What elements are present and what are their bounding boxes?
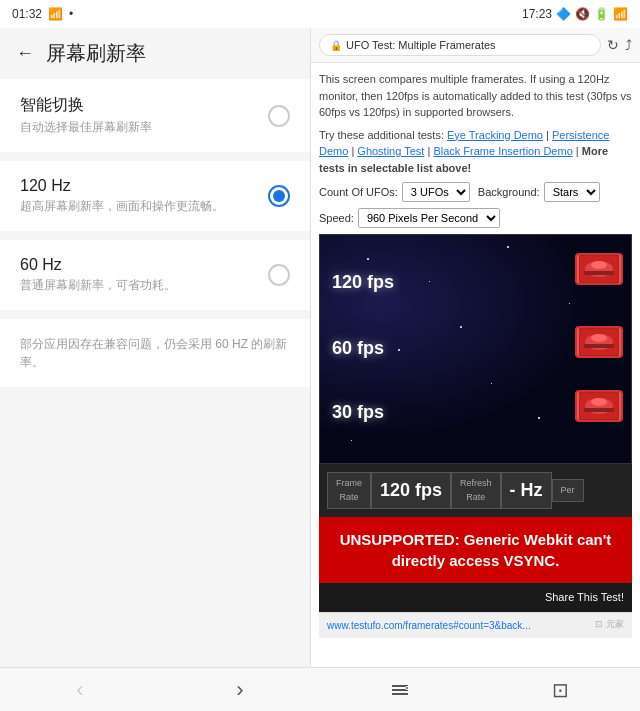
note-text: 部分应用因存在兼容问题，仍会采用 60 HZ 的刷新率。	[0, 319, 310, 387]
nav-forward-icon: ›	[236, 677, 243, 703]
fps-label-60: 60 fps	[332, 335, 384, 362]
intro-text: This screen compares multiple framerates…	[319, 71, 632, 121]
nav-back-icon: ‹	[76, 677, 83, 703]
unsupported-banner: UNSUPPORTED: Generic Webkit can't direct…	[319, 517, 632, 583]
svg-rect-11	[584, 408, 614, 412]
share-icon[interactable]: ⤴	[625, 37, 632, 53]
ufo-canvas: 120 fps 60 fps 30 fps	[319, 234, 632, 464]
url-title: UFO Test: Multiple Framerates	[346, 39, 590, 51]
setting-text: 智能切换 自动选择最佳屏幕刷新率	[20, 95, 268, 136]
additional-links-text: Try these additional tests: Eye Tracking…	[319, 127, 632, 177]
radio-smart[interactable]	[268, 105, 290, 127]
refresh-rate-value: - Hz	[510, 477, 543, 504]
svg-point-10	[591, 398, 607, 406]
background-select[interactable]: Stars	[544, 182, 600, 202]
star	[398, 349, 400, 351]
status-bar: 01:32 📶 • 17:23 🔷 🔇 🔋 📶	[0, 0, 640, 28]
svg-point-2	[591, 261, 607, 269]
frame-rate-box: FrameRate	[327, 472, 371, 509]
divider-3	[0, 311, 310, 319]
status-left: 01:32 📶 •	[12, 7, 73, 21]
signal-icon: 📶	[48, 7, 63, 21]
time-left: 01:32	[12, 7, 42, 21]
controls-row-2: Speed: 960 Pixels Per Second	[319, 208, 632, 228]
star	[429, 281, 430, 282]
dot-icon: •	[69, 7, 73, 21]
setting-desc-60: 普通屏幕刷新率，可省功耗。	[20, 277, 268, 294]
setting-text-60: 60 Hz 普通屏幕刷新率，可省功耗。	[20, 256, 268, 294]
speed-select[interactable]: 960 Pixels Per Second	[358, 208, 500, 228]
nav-forward-button[interactable]: ›	[160, 668, 320, 711]
divider-2	[0, 232, 310, 240]
time-right: 17:23	[522, 7, 552, 21]
eye-tracking-link[interactable]: Eye Tracking Demo	[447, 129, 543, 141]
speed-control: Speed: 960 Pixels Per Second	[319, 208, 500, 228]
fps-label-120: 120 fps	[332, 269, 394, 296]
lock-icon: 🔒	[330, 40, 342, 51]
browser-icons: ↻ ⤴	[607, 37, 632, 53]
per-label: Per	[561, 484, 575, 498]
ufo-icon-120	[575, 253, 623, 285]
nav-home-button[interactable]	[320, 668, 480, 711]
radio-120hz[interactable]	[268, 185, 290, 207]
frame-rate-value-box: 120 fps	[371, 472, 451, 509]
stats-bar: FrameRate 120 fps RefreshRate - Hz Per	[319, 464, 632, 517]
setting-desc: 自动选择最佳屏幕刷新率	[20, 119, 268, 136]
main-content: ← 屏幕刷新率 智能切换 自动选择最佳屏幕刷新率 120 Hz 超高屏幕刷新率，…	[0, 28, 640, 667]
frame-rate-label: FrameRate	[336, 477, 362, 504]
setting-name-120: 120 Hz	[20, 177, 268, 195]
wifi-icon: 📶	[613, 7, 628, 21]
speed-label: Speed:	[319, 210, 354, 227]
controls-row-1: Count Of UFOs: 3 UFOs Background: Stars	[319, 182, 632, 202]
ghosting-link[interactable]: Ghosting Test	[357, 145, 424, 157]
refresh-icon[interactable]: ↻	[607, 37, 619, 53]
settings-list: 智能切换 自动选择最佳屏幕刷新率 120 Hz 超高屏幕刷新率，画面和操作更流畅…	[0, 79, 310, 667]
left-panel: ← 屏幕刷新率 智能切换 自动选择最佳屏幕刷新率 120 Hz 超高屏幕刷新率，…	[0, 28, 310, 667]
setting-desc-120: 超高屏幕刷新率，画面和操作更流畅。	[20, 198, 268, 215]
count-select[interactable]: 3 UFOs	[402, 182, 470, 202]
setting-60hz[interactable]: 60 Hz 普通屏幕刷新率，可省功耗。	[0, 240, 310, 310]
url-bar[interactable]: 🔒 UFO Test: Multiple Framerates	[319, 34, 601, 56]
nav-tabs-icon: ⊡	[552, 678, 569, 702]
left-header: ← 屏幕刷新率	[0, 28, 310, 79]
setting-name: 智能切换	[20, 95, 268, 116]
share-bar: Share This Test!	[319, 583, 632, 612]
background-label: Background:	[478, 184, 540, 201]
setting-smart-switch[interactable]: 智能切换 自动选择最佳屏幕刷新率	[0, 79, 310, 152]
battery-icon: 🔋	[594, 7, 609, 21]
svg-point-6	[591, 334, 607, 342]
refresh-rate-label-box: RefreshRate	[451, 472, 501, 509]
nav-tabs-button[interactable]: ⊡	[480, 668, 640, 711]
background-control: Background: Stars	[478, 182, 600, 202]
radio-60hz[interactable]	[268, 264, 290, 286]
count-label: Count Of UFOs:	[319, 184, 398, 201]
back-button[interactable]: ←	[16, 43, 34, 64]
radio-inner-120hz	[273, 190, 285, 202]
bfi-link[interactable]: Black Frame Insertion Demo	[433, 145, 572, 157]
ufo-icon-60	[575, 326, 623, 358]
per-label-box: Per	[552, 479, 584, 503]
setting-text-120: 120 Hz 超高屏幕刷新率，画面和操作更流畅。	[20, 177, 268, 215]
svg-rect-7	[584, 344, 614, 348]
setting-name-60: 60 Hz	[20, 256, 268, 274]
bottom-nav: ‹ › ⊡	[0, 667, 640, 711]
unsupported-title: UNSUPPORTED: Generic Webkit can't direct…	[327, 529, 624, 571]
ufo-icon-30	[575, 390, 623, 422]
star	[367, 258, 369, 260]
svg-rect-3	[584, 271, 614, 275]
refresh-rate-value-box: - Hz	[501, 472, 552, 509]
refresh-rate-label: RefreshRate	[460, 477, 492, 504]
share-label: Share This Test!	[327, 589, 624, 606]
nav-back-button[interactable]: ‹	[0, 668, 160, 711]
setting-120hz[interactable]: 120 Hz 超高屏幕刷新率，画面和操作更流畅。	[0, 161, 310, 231]
right-panel: 🔒 UFO Test: Multiple Framerates ↻ ⤴ This…	[310, 28, 640, 667]
browser-toolbar: 🔒 UFO Test: Multiple Framerates ↻ ⤴	[311, 28, 640, 63]
status-right: 17:23 🔷 🔇 🔋 📶	[522, 7, 628, 21]
browser-content[interactable]: This screen compares multiple framerates…	[311, 63, 640, 667]
page-title: 屏幕刷新率	[46, 40, 146, 67]
count-control: Count Of UFOs: 3 UFOs	[319, 182, 470, 202]
volume-icon: 🔇	[575, 7, 590, 21]
share-url: www.testufo.com/framerates#count=3&back.…	[327, 618, 531, 633]
url-bar-bottom[interactable]: www.testufo.com/framerates#count=3&back.…	[319, 612, 632, 638]
frame-rate-value: 120 fps	[380, 477, 442, 504]
